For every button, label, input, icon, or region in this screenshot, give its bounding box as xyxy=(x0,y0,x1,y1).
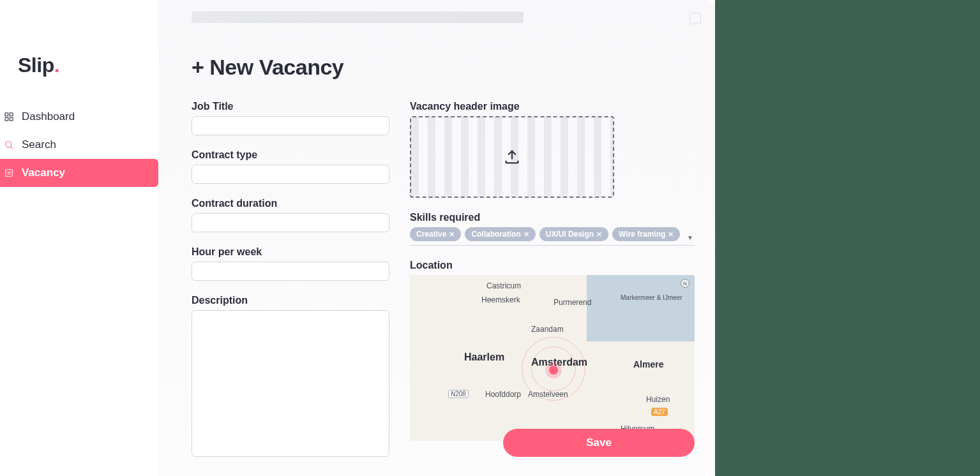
field-description: Description xyxy=(192,295,389,459)
field-location: Location N Castricum Heemskerk Purmerend… xyxy=(410,260,695,441)
sidebar-item-dashboard[interactable]: Dashboard xyxy=(0,103,158,131)
field-header-image: Vacancy header image xyxy=(410,101,695,198)
input-contract-type[interactable] xyxy=(192,165,389,184)
skills-input[interactable]: Creative✕ Collaboration✕ UX/UI Design✕ W… xyxy=(410,227,695,246)
input-description[interactable] xyxy=(192,310,389,457)
label-contract-duration: Contract duration xyxy=(192,198,389,209)
remove-tag-icon[interactable]: ✕ xyxy=(524,230,529,239)
input-job-title[interactable] xyxy=(192,116,389,135)
save-button[interactable]: Save xyxy=(503,429,695,457)
search-icon xyxy=(4,140,14,150)
map-city-label: Heemskerk xyxy=(481,295,520,304)
label-skills: Skills required xyxy=(410,212,695,223)
label-header-image: Vacancy header image xyxy=(410,101,695,112)
svg-rect-2 xyxy=(5,117,8,121)
map-city-label: Almere xyxy=(633,359,663,369)
vacancy-icon xyxy=(4,168,14,178)
map-city-label: Markermeer & IJmeer xyxy=(621,294,682,301)
sidebar-item-search[interactable]: Search xyxy=(0,131,158,159)
location-map[interactable]: N Castricum Heemskerk Purmerend Markerme… xyxy=(410,275,695,441)
input-contract-duration[interactable] xyxy=(192,213,389,232)
road-badge: N208 xyxy=(448,390,469,398)
label-contract-type: Contract type xyxy=(192,149,389,161)
field-job-title: Job Title xyxy=(192,101,389,135)
label-location: Location xyxy=(410,260,695,271)
sidebar-item-vacancy[interactable]: Vacancy xyxy=(0,159,158,187)
map-city-label: Huizen xyxy=(646,395,670,404)
svg-rect-3 xyxy=(10,117,13,121)
app-window: Slip. Dashboard Search Vacancy + New Vac… xyxy=(0,0,715,476)
sidebar-item-label: Search xyxy=(22,138,56,151)
map-city-label: Zaandam xyxy=(531,325,564,334)
brand-dot: . xyxy=(54,54,59,77)
upload-dropzone[interactable] xyxy=(410,116,614,198)
svg-line-5 xyxy=(11,147,13,149)
map-city-label: Hoofddorp xyxy=(485,390,521,399)
field-hours-per-week: Hour per week xyxy=(192,246,389,281)
field-contract-duration: Contract duration xyxy=(192,198,389,232)
right-panel-placeholder xyxy=(715,0,980,476)
field-contract-type: Contract type xyxy=(192,149,389,184)
brand-name: Slip xyxy=(18,54,54,77)
skill-tag[interactable]: UX/UI Design✕ xyxy=(539,227,608,241)
map-city-label: Castricum xyxy=(486,281,521,290)
sidebar: Slip. Dashboard Search Vacancy xyxy=(0,0,158,476)
svg-point-4 xyxy=(6,142,11,147)
form-column-right: Vacancy header image Skills required Cre… xyxy=(410,55,695,463)
svg-rect-6 xyxy=(6,170,13,177)
label-job-title: Job Title xyxy=(192,101,389,112)
skill-tag[interactable]: Collaboration✕ xyxy=(465,227,535,241)
field-skills: Skills required Creative✕ Collaboration✕… xyxy=(410,212,695,246)
compass-icon: N xyxy=(681,279,690,288)
skill-tag[interactable]: Wire framing✕ xyxy=(612,227,680,241)
upload-icon xyxy=(503,148,521,166)
form-column-left: Job Title Contract type Contract duratio… xyxy=(192,55,389,463)
map-city-label: Haarlem xyxy=(464,352,504,363)
label-hours-per-week: Hour per week xyxy=(192,246,389,258)
main-content: + New Vacancy Job Title Contract type Co… xyxy=(158,0,715,476)
sidebar-item-label: Vacancy xyxy=(22,167,65,179)
brand-logo: Slip. xyxy=(0,54,158,103)
svg-rect-0 xyxy=(5,113,8,116)
map-city-label: Purmerend xyxy=(554,298,591,307)
dropdown-caret-icon[interactable]: ▼ xyxy=(687,234,693,241)
road-badge: A27 xyxy=(651,408,668,416)
label-description: Description xyxy=(192,295,389,306)
skill-tag[interactable]: Creative✕ xyxy=(410,227,461,241)
input-hours-per-week[interactable] xyxy=(192,262,389,281)
dashboard-icon xyxy=(4,112,14,122)
sidebar-item-label: Dashboard xyxy=(22,110,75,123)
remove-tag-icon[interactable]: ✕ xyxy=(449,230,455,239)
remove-tag-icon[interactable]: ✕ xyxy=(596,230,602,239)
map-pin-icon xyxy=(549,366,558,375)
svg-rect-1 xyxy=(10,113,13,116)
remove-tag-icon[interactable]: ✕ xyxy=(668,230,674,239)
page-title: + New Vacancy xyxy=(192,55,343,80)
